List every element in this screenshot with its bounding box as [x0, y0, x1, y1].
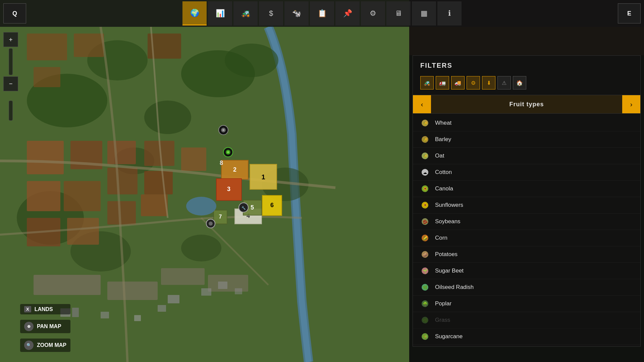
svg-rect-11	[27, 34, 67, 60]
svg-rect-36	[168, 295, 179, 303]
filters-panel: FILTERS 🚜 🚛 🚚 ⚙ ⬇ ⚠ 🏠 ‹ Fruit types › 🌾 …	[413, 55, 641, 347]
svg-rect-30	[161, 268, 205, 285]
sugarbeet-label: Sugar Beet	[435, 267, 633, 274]
wheat-label: Wheat	[435, 120, 633, 126]
fruit-types-next[interactable]: ›	[622, 95, 640, 113]
svg-rect-26	[181, 147, 206, 171]
wheat-icon: 🌾	[420, 118, 430, 128]
filter-truck-icon[interactable]: 🚚	[451, 76, 465, 89]
svg-rect-15	[27, 141, 64, 174]
lands-toggle[interactable]: X LANDS	[20, 304, 70, 314]
fruit-item-canola[interactable]: 🌻 Canola	[413, 181, 640, 197]
svg-rect-34	[101, 312, 109, 318]
svg-rect-22	[67, 218, 99, 245]
svg-text:🌻: 🌻	[423, 186, 428, 191]
filter-download-icon[interactable]: ⬇	[482, 76, 495, 89]
barley-label: Barley	[435, 136, 633, 143]
fruit-types-label: Fruit types	[431, 101, 622, 108]
fruit-item-barley[interactable]: 🌾 Barley	[413, 131, 640, 148]
svg-rect-40	[235, 288, 242, 294]
fruit-item-soybeans[interactable]: 🫘 Soybeans	[413, 214, 640, 230]
q-button[interactable]: Q	[3, 3, 26, 23]
cotton-icon: ☁	[420, 168, 430, 177]
svg-rect-20	[107, 141, 136, 164]
filter-icons-row: 🚜 🚛 🚚 ⚙ ⬇ ⚠ 🏠	[413, 73, 640, 95]
fruit-item-corn[interactable]: 🌽 Corn	[413, 230, 640, 246]
fruit-item-grass[interactable]: 🌿 Grass	[413, 312, 640, 328]
soybeans-icon: 🫘	[420, 217, 430, 226]
grass-icon: 🌿	[420, 315, 430, 325]
svg-rect-37	[201, 288, 211, 296]
svg-text:8: 8	[220, 160, 223, 166]
nav-missions[interactable]: 📌	[335, 1, 360, 25]
svg-rect-33	[72, 308, 79, 317]
filter-vehicle-icon[interactable]: 🚛	[436, 76, 449, 89]
svg-text:2: 2	[233, 166, 236, 173]
zoom-icon: 🔍	[24, 341, 34, 350]
lands-label: LANDS	[35, 306, 53, 312]
svg-point-9	[181, 235, 221, 261]
fruit-item-sugarbeet[interactable]: 🌱 Sugar Beet	[413, 263, 640, 279]
nav-grid[interactable]: ▦	[412, 1, 436, 25]
fruit-item-cotton[interactable]: ☁ Cotton	[413, 164, 640, 181]
fruit-list: 🌾 Wheat 🌾 Barley 🌾 Oat ☁ Cotton 🌻 Canola…	[413, 114, 640, 346]
e-button[interactable]: E	[618, 3, 641, 23]
potatoes-label: Potatoes	[435, 251, 633, 258]
cotton-label: Cotton	[435, 169, 633, 176]
oilseedradish-icon: 🌿	[420, 283, 430, 292]
svg-text:7: 7	[219, 214, 222, 220]
fruit-item-potatoes[interactable]: 🥔 Potatoes	[413, 246, 640, 263]
svg-text:🌾: 🌾	[423, 137, 428, 142]
fruit-item-oilseedradish[interactable]: 🌿 Oilseed Radish	[413, 279, 640, 296]
svg-point-4	[225, 44, 278, 77]
oat-icon: 🌾	[420, 151, 430, 161]
fruit-item-sunflowers[interactable]: 🌻 Sunflowers	[413, 197, 640, 214]
zoom-map-btn[interactable]: 🔍 ZOOM MAP	[20, 339, 70, 352]
nav-contracts[interactable]: 📋	[310, 1, 334, 25]
nav-info[interactable]: ℹ	[437, 1, 462, 25]
nav-machinery[interactable]: ⚙	[361, 1, 385, 25]
fruit-item-sugarcane[interactable]: 🎋 Sugarcane	[413, 328, 640, 345]
pan-map-label: PAN MAP	[37, 323, 61, 329]
nav-animals[interactable]: 🐄	[284, 1, 309, 25]
pan-icon: ⊕	[24, 322, 34, 331]
nav-money[interactable]: $	[259, 1, 283, 25]
filter-tractor-icon[interactable]: 🚜	[420, 76, 434, 89]
oilseedradish-label: Oilseed Radish	[435, 284, 633, 291]
pan-map-btn[interactable]: ⊕ PAN MAP	[20, 320, 70, 333]
svg-rect-12	[74, 34, 104, 57]
svg-point-62	[227, 151, 229, 153]
zoom-out-btn[interactable]: −	[3, 76, 18, 91]
svg-point-66	[209, 222, 213, 226]
top-navigation: 🌍 📊 🚜 $ 🐄 📋 📌 ⚙ 🖥 ▦ ℹ	[0, 0, 644, 27]
svg-text:6: 6	[270, 202, 274, 208]
corn-icon: 🌽	[420, 233, 430, 243]
nav-tractor[interactable]: 🚜	[233, 1, 258, 25]
nav-stats[interactable]: 📊	[208, 1, 232, 25]
fruit-item-poplar[interactable]: 🌳 Poplar	[413, 296, 640, 312]
nav-display[interactable]: 🖥	[386, 1, 411, 25]
nav-map[interactable]: 🌍	[182, 1, 207, 25]
canola-label: Canola	[435, 185, 633, 192]
filter-alert-icon[interactable]: ⚠	[497, 76, 511, 89]
svg-rect-17	[27, 181, 60, 211]
svg-rect-35	[134, 315, 141, 321]
svg-text:🌳: 🌳	[423, 301, 428, 306]
fruit-item-oat[interactable]: 🌾 Oat	[413, 148, 640, 164]
svg-rect-39	[218, 282, 227, 289]
svg-text:🌾: 🌾	[423, 154, 428, 159]
soybeans-label: Soybeans	[435, 218, 633, 225]
sugarbeet-icon: 🌱	[420, 266, 430, 276]
barley-icon: 🌾	[420, 135, 430, 144]
zoom-in-btn[interactable]: +	[3, 32, 18, 47]
x-badge: X	[24, 306, 31, 312]
svg-point-5	[144, 101, 191, 134]
sunflowers-icon: 🌻	[420, 200, 430, 210]
fruit-types-prev[interactable]: ‹	[413, 95, 431, 113]
poplar-icon: 🌳	[420, 299, 430, 308]
svg-rect-23	[107, 201, 136, 225]
filter-gear-icon[interactable]: ⚙	[467, 76, 480, 89]
filter-home-icon[interactable]: 🏠	[513, 76, 526, 89]
svg-rect-38	[158, 305, 166, 312]
fruit-item-wheat[interactable]: 🌾 Wheat	[413, 115, 640, 131]
